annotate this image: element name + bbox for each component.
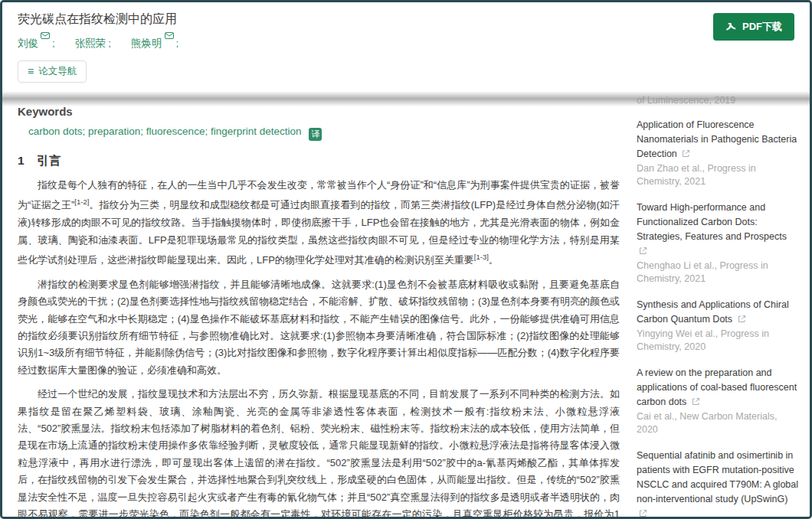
related-article: A review on the preparation and applicat… bbox=[637, 365, 799, 436]
author-link[interactable]: 熊焕明; bbox=[131, 34, 178, 51]
author-name: 熊焕明 bbox=[131, 38, 162, 49]
paper-navigation-label: 论文导航 bbox=[38, 65, 77, 78]
related-article-partial-meta: of Luminescence, 2019 bbox=[637, 94, 799, 107]
related-article-title[interactable]: Application of Fluorescence Nanomaterial… bbox=[637, 119, 797, 159]
related-article-title[interactable]: A review on the preparation and applicat… bbox=[637, 367, 797, 407]
content-area: Keywords carbon dots; preparation; fluor… bbox=[2, 93, 810, 517]
body-paragraph: 指纹是每个人独有的特征，在人的一生当中几乎不会发生改变，常常被当作个人“身份证”… bbox=[18, 177, 620, 269]
related-article-title[interactable]: Toward High-performance and Functionaliz… bbox=[637, 202, 787, 256]
keywords-text[interactable]: carbon dots; preparation; fluorescence; … bbox=[28, 126, 301, 137]
related-article: Synthesis and Applications of Chiral Car… bbox=[637, 297, 799, 354]
related-article-title[interactable]: Synthesis and Applications of Chiral Car… bbox=[637, 299, 789, 325]
external-link-icon bbox=[692, 397, 700, 406]
article-body: 指纹是每个人独有的特征，在人的一生当中几乎不会发生改变，常常被当作个人“身份证”… bbox=[18, 177, 620, 517]
author-name: 刘俊 bbox=[18, 38, 38, 49]
author-link[interactable]: 张熙荣; bbox=[75, 37, 111, 51]
hamburger-icon: ≡ bbox=[28, 66, 34, 77]
page-title: 荧光碳点在指纹检测中的应用 bbox=[18, 11, 794, 28]
citation-ref[interactable]: [1-2] bbox=[74, 197, 89, 206]
related-article: Sequential afatinib and osimertinib in p… bbox=[637, 448, 799, 517]
external-link-icon bbox=[639, 246, 647, 255]
related-article-meta: Dan Zhao et al., Progress in Chemistry, … bbox=[637, 162, 799, 188]
related-list: Application of Fluorescence Nanomaterial… bbox=[637, 117, 799, 517]
related-article-meta: Yingying Wei et al., Progress in Chemist… bbox=[637, 328, 799, 354]
related-article: Toward High-performance and Functionaliz… bbox=[637, 200, 799, 286]
pdf-download-label: PDF下载 bbox=[742, 20, 782, 34]
pdf-icon bbox=[725, 21, 737, 33]
pdf-download-button[interactable]: PDF下载 bbox=[713, 13, 794, 41]
email-icon bbox=[165, 32, 174, 39]
author-name: 张熙荣 bbox=[75, 38, 106, 49]
external-link-icon bbox=[738, 315, 746, 323]
article-header: 荧光碳点在指纹检测中的应用 刘俊;张熙荣;熊焕明; ≡ 论文导航 PDF下载 bbox=[2, 2, 810, 93]
email-icon bbox=[41, 32, 50, 39]
related-article-title[interactable]: Sequential afatinib and osimertinib in p… bbox=[637, 450, 798, 517]
related-article: Application of Fluorescence Nanomaterial… bbox=[637, 117, 799, 188]
citation-ref[interactable]: [1-3] bbox=[474, 253, 489, 261]
related-article-meta: Cai et al., New Carbon Materials, 2020 bbox=[637, 410, 799, 436]
translate-badge[interactable]: 译 bbox=[309, 128, 322, 141]
keywords-heading: Keywords bbox=[18, 105, 620, 118]
paper-navigation-button[interactable]: ≡ 论文导航 bbox=[18, 60, 87, 83]
section-heading: 1 引言 bbox=[18, 153, 620, 169]
related-articles-sidebar: of Luminescence, 2019 Application of Flu… bbox=[637, 93, 799, 517]
body-paragraph: 潜指纹的检测要求显色剂能够增强潜指纹，并且能够清晰地成像。这就要求:(1)显色剂… bbox=[18, 276, 620, 379]
body-paragraph: 经过一个世纪的发展，指纹显现技术和方法层出不穷，历久弥新。根据显现基底的不同，目… bbox=[18, 386, 620, 517]
keywords-line: carbon dots; preparation; fluorescence; … bbox=[28, 126, 620, 141]
author-link[interactable]: 刘俊; bbox=[18, 34, 55, 51]
article-page: 荧光碳点在指纹检测中的应用 刘俊;张熙荣;熊焕明; ≡ 论文导航 PDF下载 K… bbox=[0, 0, 812, 519]
related-article-meta: Chenghao Li et al., Progress in Chemistr… bbox=[637, 260, 799, 286]
external-link-icon bbox=[639, 509, 647, 517]
article-main: Keywords carbon dots; preparation; fluor… bbox=[18, 93, 620, 517]
author-list: 刘俊;张熙荣;熊焕明; bbox=[18, 34, 794, 51]
external-link-icon bbox=[682, 149, 690, 158]
